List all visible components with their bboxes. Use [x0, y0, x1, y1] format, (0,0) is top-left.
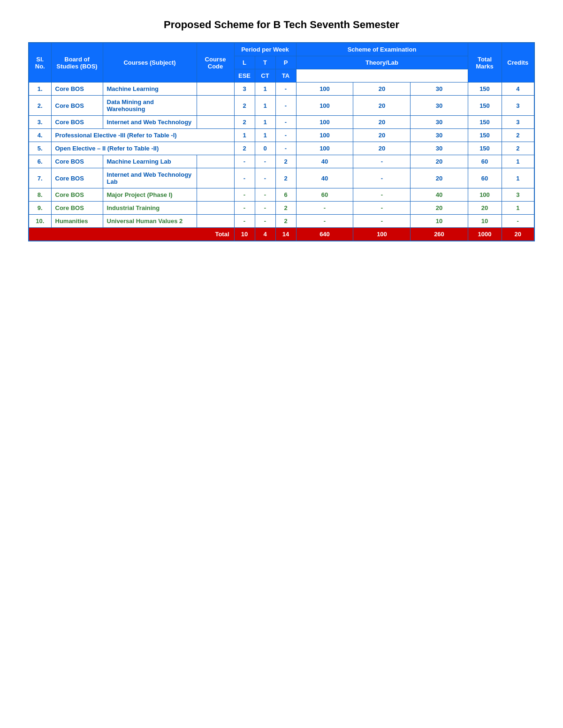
cell-ct: 20	[353, 142, 411, 155]
cell-l: -	[234, 155, 255, 168]
cell-l: -	[234, 168, 255, 188]
cell-total: 150	[468, 83, 502, 96]
cell-t: -	[255, 168, 275, 188]
cell-total: 150	[468, 129, 502, 142]
cell-ct: 20	[353, 96, 411, 116]
header-L: L	[234, 56, 255, 69]
total-l: 10	[234, 228, 255, 241]
cell-t: 1	[255, 116, 275, 129]
cell-course: Machine Learning	[103, 83, 197, 96]
cell-ta: 30	[411, 129, 468, 142]
cell-code	[197, 202, 234, 215]
cell-sl: 3.	[29, 116, 51, 129]
cell-ct: 20	[353, 129, 411, 142]
cell-bos: Humanities	[51, 215, 103, 228]
header-TA: TA	[275, 69, 296, 83]
cell-course: Machine Learning Lab	[103, 155, 197, 168]
cell-code	[197, 215, 234, 228]
cell-credits: 2	[502, 142, 534, 155]
table-row: 3.Core BOSInternet and Web Technology21-…	[29, 116, 534, 129]
cell-bos: Core BOS	[51, 96, 103, 116]
table-row: 2.Core BOSData Mining and Warehousing21-…	[29, 96, 534, 116]
cell-t: 1	[255, 96, 275, 116]
cell-bos: Core BOS	[51, 188, 103, 202]
table-row: 5.Open Elective – II (Refer to Table -II…	[29, 142, 534, 155]
cell-bos-span: Professional Elective -III (Refer to Tab…	[51, 129, 234, 142]
cell-l: 2	[234, 96, 255, 116]
cell-credits: 3	[502, 96, 534, 116]
cell-bos: Core BOS	[51, 116, 103, 129]
cell-sl: 8.	[29, 188, 51, 202]
header-theory: Theory/Lab	[296, 56, 468, 69]
cell-l: 3	[234, 83, 255, 96]
table-row: 6.Core BOSMachine Learning Lab--240-2060…	[29, 155, 534, 168]
table-row: 8.Core BOSMajor Project (Phase I)--660-4…	[29, 188, 534, 202]
table-row: 1.Core BOSMachine Learning31-10020301504	[29, 83, 534, 96]
cell-ta: 20	[411, 202, 468, 215]
cell-ta: 20	[411, 168, 468, 188]
cell-credits: 2	[502, 129, 534, 142]
cell-ta: 40	[411, 188, 468, 202]
cell-sl: 2.	[29, 96, 51, 116]
header-course: Courses (Subject)	[103, 43, 197, 83]
cell-ese: 40	[296, 155, 353, 168]
cell-l: -	[234, 188, 255, 202]
cell-code	[197, 188, 234, 202]
cell-code	[197, 168, 234, 188]
cell-ese: 100	[296, 142, 353, 155]
cell-ct: -	[353, 155, 411, 168]
cell-sl: 9.	[29, 202, 51, 215]
header-period: Period per Week	[234, 43, 296, 56]
header-code: Course Code	[197, 43, 234, 83]
cell-ese: 40	[296, 168, 353, 188]
cell-bos: Core BOS	[51, 83, 103, 96]
table-row: 9.Core BOSIndustrial Training--2--20201	[29, 202, 534, 215]
cell-ta: 10	[411, 215, 468, 228]
cell-ta: 30	[411, 96, 468, 116]
header-T: T	[255, 56, 275, 69]
header-credits: Credits	[502, 43, 534, 83]
cell-bos: Core BOS	[51, 202, 103, 215]
cell-p: -	[275, 116, 296, 129]
cell-credits: -	[502, 215, 534, 228]
cell-total: 150	[468, 142, 502, 155]
cell-ct: 20	[353, 83, 411, 96]
header-ESE: ESE	[234, 69, 255, 83]
page-title: Proposed Scheme for B Tech Seventh Semes…	[28, 19, 535, 31]
cell-course: Internet and Web Technology	[103, 116, 197, 129]
cell-credits: 1	[502, 155, 534, 168]
cell-credits: 1	[502, 202, 534, 215]
cell-l: -	[234, 202, 255, 215]
cell-sl: 7.	[29, 168, 51, 188]
cell-ta: 30	[411, 116, 468, 129]
cell-ta: 30	[411, 142, 468, 155]
cell-total: 60	[468, 155, 502, 168]
cell-ese: -	[296, 202, 353, 215]
total-ese: 640	[296, 228, 353, 241]
cell-p: -	[275, 129, 296, 142]
total-ct: 100	[353, 228, 411, 241]
cell-credits: 4	[502, 83, 534, 96]
cell-l: 2	[234, 142, 255, 155]
cell-ct: -	[353, 168, 411, 188]
cell-p: -	[275, 83, 296, 96]
cell-l: -	[234, 215, 255, 228]
cell-ese: 100	[296, 116, 353, 129]
header-bos: Board of Studies (BOS)	[51, 43, 103, 83]
cell-code	[197, 96, 234, 116]
cell-code	[197, 155, 234, 168]
cell-p: 2	[275, 168, 296, 188]
cell-p: 6	[275, 188, 296, 202]
header-total-marks: Total Marks	[468, 43, 502, 83]
cell-p: -	[275, 96, 296, 116]
cell-ct: -	[353, 202, 411, 215]
cell-p: 2	[275, 202, 296, 215]
total-credits: 20	[502, 228, 534, 241]
cell-sl: 6.	[29, 155, 51, 168]
cell-total: 60	[468, 168, 502, 188]
cell-total: 20	[468, 202, 502, 215]
header-CT: CT	[255, 69, 275, 83]
cell-total: 150	[468, 116, 502, 129]
cell-p: 2	[275, 215, 296, 228]
cell-bos: Core BOS	[51, 155, 103, 168]
